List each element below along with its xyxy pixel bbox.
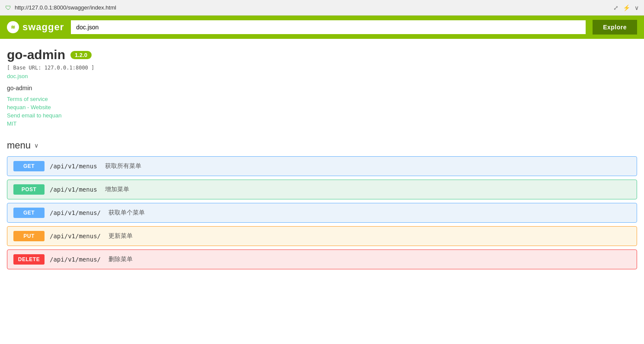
share-icon: ⤢ <box>613 4 618 11</box>
terms-of-service-link[interactable]: Terms of service <box>7 96 637 102</box>
api-title-row: go-admin 1.2.0 <box>7 47 637 62</box>
api-path-post-menus: /api/v1/menus <box>50 186 97 193</box>
api-path-get-menus: /api/v1/menus <box>50 163 97 170</box>
api-row-put-menu[interactable]: PUT /api/v1/menus/ 更新菜单 <box>7 226 637 246</box>
browser-icons: ⤢ ⚡ ∨ <box>613 4 639 11</box>
swagger-logo-icon: ≋ <box>7 21 19 33</box>
base-url: [ Base URL: 127.0.0.1:8000 ] <box>7 65 637 71</box>
website-link[interactable]: hequan - Website <box>7 104 637 110</box>
license-link[interactable]: MIT <box>7 120 637 127</box>
method-badge-get-1: GET <box>13 161 45 171</box>
method-badge-get-2: GET <box>13 208 45 218</box>
api-desc-post-menus: 增加菜单 <box>105 186 129 193</box>
menu-section-header[interactable]: menu ∨ <box>7 140 637 151</box>
api-desc-get-menus: 获取所有菜单 <box>105 162 141 170</box>
explore-button[interactable]: Explore <box>593 20 637 35</box>
api-desc-delete-menu: 删除菜单 <box>108 256 133 263</box>
api-path-get-menu-single: /api/v1/menus/ <box>50 209 101 216</box>
swagger-search-input[interactable] <box>71 20 586 34</box>
api-row-get-menus[interactable]: GET /api/v1/menus 获取所有菜单 <box>7 156 637 176</box>
shield-icon: 🛡 <box>5 4 11 11</box>
menu-section-chevron: ∨ <box>34 142 38 149</box>
swagger-logo-text: swagger <box>22 22 64 33</box>
method-badge-delete: DELETE <box>13 254 45 265</box>
api-path-delete-menu: /api/v1/menus/ <box>50 256 101 263</box>
chevron-icon: ∨ <box>634 4 639 11</box>
version-badge: 1.2.0 <box>70 51 92 59</box>
method-badge-post: POST <box>13 184 45 195</box>
bolt-icon: ⚡ <box>623 4 630 11</box>
main-content: go-admin 1.2.0 [ Base URL: 127.0.0.1:800… <box>0 39 644 281</box>
menu-section-title: menu <box>7 140 31 151</box>
api-description: go-admin <box>7 85 637 92</box>
doc-link[interactable]: doc.json <box>7 73 28 79</box>
api-path-put-menu: /api/v1/menus/ <box>50 233 101 240</box>
api-row-post-menus[interactable]: POST /api/v1/menus 增加菜单 <box>7 180 637 199</box>
browser-url: http://127.0.0.1:8000/swagger/index.html <box>15 4 610 11</box>
method-badge-put: PUT <box>13 231 45 241</box>
api-title: go-admin <box>7 47 65 62</box>
swagger-header: ≋ swagger Explore <box>0 16 644 39</box>
email-link[interactable]: Send email to hequan <box>7 112 637 119</box>
api-row-delete-menu[interactable]: DELETE /api/v1/menus/ 删除菜单 <box>7 249 637 269</box>
api-row-get-menu-single[interactable]: GET /api/v1/menus/ 获取单个菜单 <box>7 203 637 223</box>
api-desc-put-menu: 更新菜单 <box>108 232 133 240</box>
api-desc-get-menu-single: 获取单个菜单 <box>108 209 145 217</box>
info-links: Terms of service hequan - Website Send e… <box>7 96 637 127</box>
browser-bar: 🛡 http://127.0.0.1:8000/swagger/index.ht… <box>0 0 644 16</box>
menu-section: menu ∨ GET /api/v1/menus 获取所有菜单 POST /ap… <box>7 140 637 269</box>
swagger-logo: ≋ swagger <box>7 21 64 33</box>
